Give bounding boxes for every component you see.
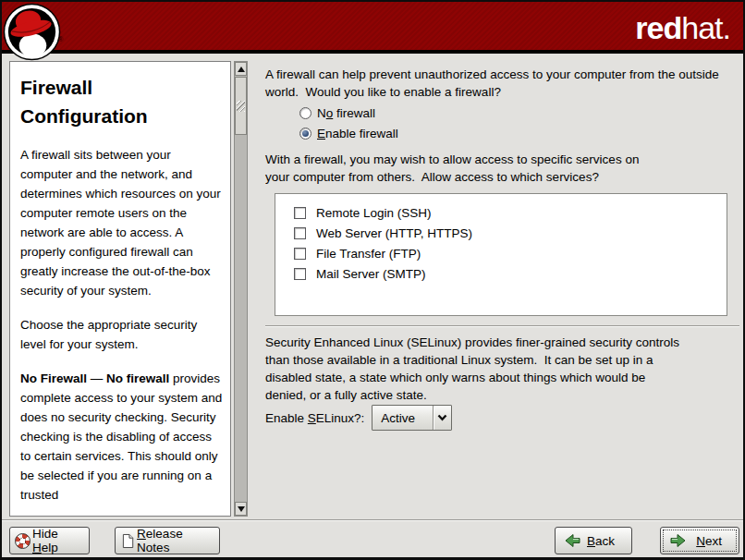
life-buoy-icon	[15, 533, 31, 549]
help-scrollbar[interactable]	[234, 61, 248, 517]
header-banner: redhat.	[2, 2, 743, 54]
selinux-description: Security Enhanced Linux (SELinux) provid…	[265, 334, 686, 404]
scrollbar-up-icon[interactable]	[235, 62, 247, 76]
services-question-text: With a firewall, you may wish to allow a…	[265, 151, 663, 186]
help-paragraph-3: No Firewall — No firewall provides compl…	[20, 369, 223, 505]
chevron-down-icon[interactable]	[433, 406, 451, 430]
enable-firewall-option[interactable]: Enable firewall	[299, 124, 398, 142]
ssh-checkbox[interactable]	[294, 207, 306, 219]
help-paragraph-2: Choose the appropriate security level fo…	[20, 315, 223, 354]
no-firewall-label: No firewall	[317, 106, 375, 120]
next-label: Next	[696, 534, 722, 548]
footer-separator	[2, 519, 743, 521]
help-paragraph-1: A firewall sits between your computer an…	[20, 145, 223, 300]
wordmark-red: red	[635, 10, 681, 45]
service-row-ssh[interactable]: Remote Login (SSH)	[294, 202, 727, 223]
ftp-label: File Transfer (FTP)	[316, 247, 421, 261]
selinux-dropdown[interactable]: Active	[372, 405, 452, 431]
arrow-right-icon	[670, 533, 686, 548]
scrollbar-thumb[interactable]	[235, 77, 247, 135]
selinux-separator	[265, 325, 739, 327]
no-firewall-radio[interactable]	[299, 107, 311, 119]
next-button[interactable]: Next	[660, 527, 739, 554]
release-notes-label: Release Notes	[137, 527, 214, 554]
arrow-left-icon	[565, 533, 580, 548]
back-label: Back	[587, 534, 615, 548]
firewall-intro-text: A firewall can help prevent unauthorized…	[265, 66, 732, 101]
smtp-checkbox[interactable]	[294, 268, 306, 280]
services-list: Remote Login (SSH) Web Server (HTTP, HTT…	[275, 193, 727, 316]
selinux-dropdown-value: Active	[372, 406, 433, 430]
enable-firewall-radio[interactable]	[299, 128, 311, 140]
ftp-checkbox[interactable]	[294, 248, 306, 260]
selinux-label: Enable SELinux?:	[265, 411, 364, 425]
selinux-setting-row: Enable SELinux?: Active	[265, 405, 452, 431]
no-firewall-option[interactable]: No firewall	[299, 103, 375, 122]
back-button[interactable]: Back	[555, 527, 632, 554]
smtp-label: Mail Server (SMTP)	[316, 267, 426, 281]
enable-firewall-label: Enable firewall	[317, 127, 398, 140]
help-panel: Firewall Configuration A firewall sits b…	[9, 61, 231, 517]
redhat-shadowman-icon	[3, 3, 61, 61]
http-checkbox[interactable]	[294, 227, 306, 239]
service-row-smtp[interactable]: Mail Server (SMTP)	[294, 263, 727, 284]
release-notes-button[interactable]: Release Notes	[115, 527, 220, 554]
help-title: Firewall Configuration	[20, 73, 223, 130]
service-row-http[interactable]: Web Server (HTTP, HTTPS)	[294, 223, 727, 243]
scrollbar-down-icon[interactable]	[235, 502, 247, 516]
http-label: Web Server (HTTP, HTTPS)	[316, 226, 472, 240]
service-row-ftp[interactable]: File Transfer (FTP)	[294, 243, 727, 263]
wordmark-hat: hat.	[681, 10, 730, 45]
ssh-label: Remote Login (SSH)	[316, 206, 432, 220]
hide-help-button[interactable]: Hide Help	[9, 527, 90, 554]
registered-trademark: ®	[58, 36, 63, 43]
document-icon	[122, 533, 134, 549]
scrollbar-grip	[237, 101, 245, 112]
redhat-wordmark: redhat.	[635, 10, 730, 46]
hide-help-label: Hide Help	[32, 527, 83, 554]
installer-window: redhat. ® Firewall Configuration A firew…	[0, 0, 745, 560]
